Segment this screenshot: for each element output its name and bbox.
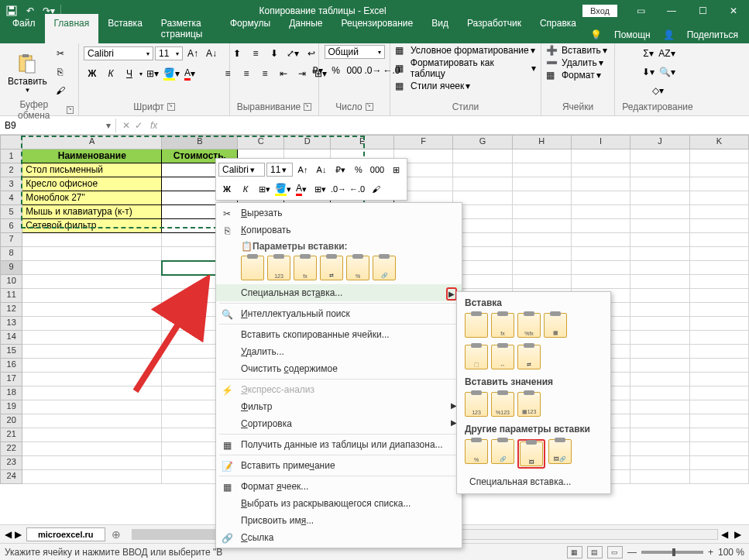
col-header[interactable]: F	[394, 136, 453, 149]
sub-paste-all-icon[interactable]	[465, 313, 488, 338]
row-header[interactable]: 5	[1, 205, 22, 219]
cell[interactable]	[512, 275, 571, 289]
cell[interactable]	[22, 442, 162, 456]
page-break-icon[interactable]: ▭	[607, 546, 623, 558]
minimize-button[interactable]: ―	[656, 0, 687, 22]
cell[interactable]	[453, 177, 512, 191]
row-header[interactable]: 21	[1, 428, 22, 442]
sort-filter-icon[interactable]: AZ▾	[658, 45, 675, 62]
maximize-button[interactable]: ☐	[687, 0, 718, 22]
decrease-font-icon[interactable]: A↓	[203, 45, 220, 62]
row-header[interactable]: 13	[1, 317, 22, 331]
mini-italic[interactable]: К	[237, 180, 254, 198]
cell-styles-button[interactable]: ▦Стили ячеек▾	[395, 81, 470, 91]
ctx-define-name[interactable]: Присвоить имя...	[216, 512, 462, 529]
underline-button[interactable]: Ч	[121, 65, 138, 82]
paste-all-icon[interactable]	[241, 256, 264, 280]
cell[interactable]	[630, 275, 689, 289]
row-header[interactable]: 22	[1, 442, 22, 456]
cell[interactable]	[689, 275, 748, 289]
zoom-out-icon[interactable]: ―	[627, 547, 637, 558]
tab-справка[interactable]: Справка	[531, 14, 586, 43]
cell[interactable]	[689, 191, 748, 205]
align-top-icon[interactable]: ⬆	[228, 45, 246, 62]
row-header[interactable]: 1	[1, 149, 22, 163]
cell[interactable]	[22, 317, 162, 331]
tell-me-icon[interactable]: 💡	[586, 26, 606, 43]
mini-dec-decimal-icon[interactable]: ←.0	[349, 180, 366, 198]
sub-paste-transpose-icon[interactable]: ⇄	[517, 345, 541, 369]
cell[interactable]	[22, 414, 162, 428]
cell[interactable]	[630, 261, 689, 275]
cell[interactable]	[630, 289, 689, 303]
row-header[interactable]: 10	[1, 275, 22, 289]
tab-рецензирование[interactable]: Рецензирование	[332, 14, 423, 43]
cell[interactable]	[689, 177, 748, 191]
fill-color-icon[interactable]: 🪣▾	[163, 65, 180, 82]
mini-decrease-font-icon[interactable]: A↓	[313, 161, 330, 178]
ctx-smart-lookup[interactable]: 🔍Интеллектуальный поиск	[216, 305, 462, 322]
sub-paste-formulas-icon[interactable]: fx	[491, 313, 514, 338]
cell[interactable]	[630, 428, 689, 442]
mini-size-combo[interactable]: 11▾	[266, 163, 293, 177]
cell[interactable]	[689, 345, 748, 359]
cell[interactable]	[22, 233, 162, 247]
cell[interactable]	[689, 331, 748, 345]
cell[interactable]	[630, 205, 689, 219]
cell[interactable]	[571, 163, 630, 177]
cell[interactable]	[22, 400, 162, 414]
cell[interactable]	[512, 191, 571, 205]
cell[interactable]	[512, 247, 571, 261]
enter-formula-icon[interactable]: ✓	[135, 120, 143, 131]
cell[interactable]	[22, 247, 162, 261]
tab-вставка[interactable]: Вставка	[98, 14, 152, 43]
next-sheet-icon[interactable]: ▶	[15, 529, 22, 540]
mini-borders-icon[interactable]: ⊞▾	[256, 180, 273, 198]
row-header[interactable]: 14	[1, 331, 22, 345]
col-header[interactable]: I	[571, 136, 630, 149]
login-button[interactable]: Вход	[582, 5, 617, 17]
cell[interactable]: Кресло офисное	[22, 177, 162, 191]
sub-values-number-icon[interactable]: %123	[491, 392, 514, 417]
cell[interactable]	[571, 275, 630, 289]
cell[interactable]	[22, 373, 162, 387]
fx-icon[interactable]: fx	[147, 120, 160, 131]
sub-picture-icon[interactable]: 🖼	[520, 441, 543, 466]
col-header[interactable]: H	[512, 136, 571, 149]
copy-icon[interactable]: ⎘	[52, 64, 69, 81]
cell[interactable]	[22, 456, 162, 470]
cell[interactable]	[630, 359, 689, 373]
percent-icon[interactable]: %	[328, 62, 345, 79]
cancel-formula-icon[interactable]: ✕	[122, 120, 130, 131]
cell[interactable]	[630, 442, 689, 456]
sub-formatting-icon[interactable]: %	[465, 439, 488, 464]
cell[interactable]: Мышь и клавиатура (к-т)	[22, 205, 162, 219]
comma-icon[interactable]: 000	[346, 62, 363, 79]
tab-формулы[interactable]: Формулы	[221, 14, 280, 43]
conditional-format-button[interactable]: ▦Условное форматирование▾	[395, 45, 535, 56]
cell[interactable]	[571, 219, 630, 233]
sub-values-source-icon[interactable]: ▦123	[517, 392, 541, 417]
autosum-icon[interactable]: Σ▾	[640, 45, 657, 62]
cell[interactable]	[630, 233, 689, 247]
col-header[interactable]: C	[238, 136, 284, 149]
cell[interactable]	[689, 317, 748, 331]
row-header[interactable]: 2	[1, 163, 22, 177]
cell[interactable]	[689, 373, 748, 387]
clipboard-launcher[interactable]	[67, 106, 74, 114]
align-right-icon[interactable]: ≡	[256, 65, 273, 82]
cell[interactable]	[22, 345, 162, 359]
row-header[interactable]: 6	[1, 219, 22, 233]
ctx-link[interactable]: 🔗Ссылка	[216, 529, 462, 546]
cell[interactable]	[630, 373, 689, 387]
tab-главная[interactable]: Главная	[45, 14, 99, 43]
cell[interactable]	[689, 261, 748, 275]
cell[interactable]	[512, 163, 571, 177]
cell[interactable]: Наименование	[22, 149, 162, 163]
align-center-icon[interactable]: ≡	[238, 65, 255, 82]
row-header[interactable]: 4	[1, 191, 22, 205]
cell[interactable]	[630, 177, 689, 191]
col-header[interactable]: K	[689, 136, 748, 149]
cell[interactable]	[630, 331, 689, 345]
font-size-combo[interactable]: 11▾	[155, 46, 183, 60]
